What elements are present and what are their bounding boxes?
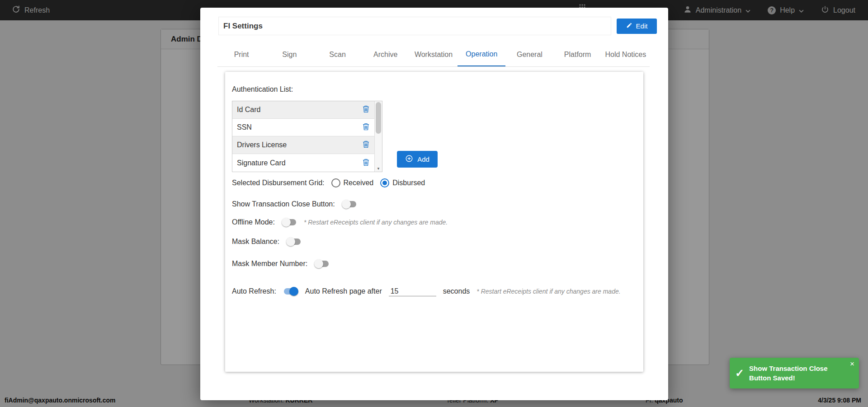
operation-settings-card: Authentication List: Id Card SSN xyxy=(225,72,643,372)
modal-header: FI Settings Edit xyxy=(218,17,657,35)
tab-general[interactable]: General xyxy=(505,42,553,66)
screen: Refresh Administration ? Help xyxy=(0,0,868,407)
authentication-list: Id Card SSN Drivers License xyxy=(232,101,382,172)
mask-balance-toggle[interactable] xyxy=(286,237,302,246)
delete-signature-card-button[interactable] xyxy=(361,158,371,168)
trash-icon xyxy=(363,123,369,132)
tab-scan[interactable]: Scan xyxy=(313,42,361,66)
tab-print[interactable]: Print xyxy=(217,42,265,66)
offline-mode-row: Offline Mode: * Restart eReceipts client… xyxy=(232,215,637,229)
disbursement-grid-row: Selected Disbursement Grid: Received Dis… xyxy=(232,176,637,190)
tab-platform[interactable]: Platform xyxy=(554,42,602,66)
mask-member-number-label: Mask Member Number: xyxy=(232,260,307,268)
authentication-list-label: Authentication List: xyxy=(232,85,293,94)
edit-button[interactable]: Edit xyxy=(617,19,657,34)
delete-id-card-button[interactable] xyxy=(361,104,371,115)
scrollbar-thumb[interactable] xyxy=(376,102,381,134)
tab-archive[interactable]: Archive xyxy=(362,42,410,66)
radio-received-circle[interactable] xyxy=(331,178,340,187)
trash-icon xyxy=(363,159,369,168)
disbursement-grid-label: Selected Disbursement Grid: xyxy=(232,179,325,187)
tab-operation[interactable]: Operation xyxy=(458,42,505,66)
trash-icon xyxy=(363,140,369,150)
mask-balance-label: Mask Balance: xyxy=(232,238,279,246)
scrollbar-down-arrow[interactable]: ▼ xyxy=(375,166,382,172)
tab-workstation[interactable]: Workstation xyxy=(410,42,458,66)
list-item[interactable]: Drivers License xyxy=(232,136,374,154)
auto-refresh-label: Auto Refresh: xyxy=(232,287,276,295)
show-transaction-close-toggle[interactable] xyxy=(342,200,357,209)
list-item[interactable]: Signature Card xyxy=(232,154,374,172)
mask-member-number-row: Mask Member Number: xyxy=(232,257,637,271)
mask-balance-row: Mask Balance: xyxy=(232,235,637,248)
tab-hold-notices[interactable]: Hold Notices xyxy=(602,42,650,66)
radio-received[interactable]: Received xyxy=(331,178,374,187)
modal-title: FI Settings xyxy=(218,17,611,35)
mask-member-number-toggle[interactable] xyxy=(314,259,330,268)
auto-refresh-text-before: Auto Refresh page after xyxy=(305,287,382,295)
success-toast: ✓ Show Transaction Close Button Saved! × xyxy=(730,358,859,388)
add-button[interactable]: Add xyxy=(397,151,438,168)
offline-mode-toggle[interactable] xyxy=(282,218,297,227)
list-scrollbar[interactable]: ▼ xyxy=(374,101,382,172)
delete-ssn-button[interactable] xyxy=(361,122,371,133)
auto-refresh-seconds-input[interactable] xyxy=(389,287,436,296)
offline-mode-note: * Restart eReceipts client if any change… xyxy=(304,219,448,226)
show-transaction-close-row: Show Transaction Close Button: xyxy=(232,197,637,211)
offline-mode-label: Offline Mode: xyxy=(232,218,275,226)
fi-settings-modal: FI Settings Edit Print Sign Scan Archive… xyxy=(200,8,668,400)
settings-tabs: Print Sign Scan Archive Workstation Oper… xyxy=(217,42,650,67)
tab-sign[interactable]: Sign xyxy=(265,42,313,66)
auto-refresh-text-after: seconds xyxy=(443,287,470,295)
radio-disbursed-circle[interactable] xyxy=(380,178,389,187)
check-icon: ✓ xyxy=(735,368,744,379)
trash-icon xyxy=(363,105,369,114)
delete-drivers-license-button[interactable] xyxy=(361,140,371,150)
authentication-list-rows: Id Card SSN Drivers License xyxy=(232,101,374,172)
toast-message: Show Transaction Close Button Saved! xyxy=(749,364,835,383)
auto-refresh-note: * Restart eReceipts client if any change… xyxy=(476,288,620,295)
plus-circle-icon xyxy=(405,154,413,164)
toast-close-icon[interactable]: × xyxy=(850,360,854,369)
auto-refresh-toggle[interactable] xyxy=(283,287,298,296)
auto-refresh-row: Auto Refresh: Auto Refresh page after se… xyxy=(232,285,637,298)
list-item[interactable]: Id Card xyxy=(232,101,374,119)
radio-disbursed[interactable]: Disbursed xyxy=(380,178,425,187)
show-transaction-close-label: Show Transaction Close Button: xyxy=(232,200,335,208)
pencil-icon xyxy=(626,22,632,30)
list-item[interactable]: SSN xyxy=(232,119,374,136)
